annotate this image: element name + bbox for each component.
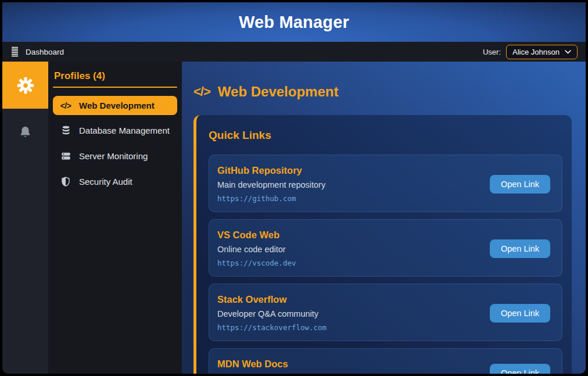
open-link-button[interactable]: Open Link (490, 239, 550, 258)
user-label: User: (483, 48, 501, 56)
link-info: GitHub Repository Main development repos… (217, 165, 325, 203)
main-content: </> Web Development Quick Links GitHub R… (182, 62, 586, 374)
open-link-button[interactable]: Open Link (490, 304, 550, 323)
app-title: Web Manager (239, 13, 349, 32)
gear-icon (17, 77, 34, 94)
list-icon (10, 46, 19, 57)
profile-item-server-monitoring[interactable]: Server Monitoring (53, 146, 177, 166)
server-icon (60, 151, 71, 162)
link-info: Stack Overflow Developer Q&A community h… (217, 294, 327, 332)
link-card-vscode: VS Code Web Online code editor https://v… (209, 219, 562, 277)
open-link-button[interactable]: Open Link (490, 175, 550, 194)
user-dropdown[interactable]: Alice Johnson (506, 45, 578, 59)
profile-item-database-management[interactable]: Database Management (53, 120, 177, 141)
rail-item-notifications[interactable] (2, 109, 48, 156)
quick-links-panel: Quick Links GitHub Repository Main devel… (193, 115, 572, 374)
code-icon: </> (60, 101, 71, 110)
bell-icon (18, 125, 33, 139)
link-url: https://github.com (217, 194, 325, 203)
link-info: VS Code Web Online code editor https://v… (217, 230, 296, 267)
profile-item-label: Web Development (79, 101, 155, 110)
quick-links-heading: Quick Links (209, 129, 562, 142)
link-title: MDN Web Docs (217, 359, 343, 370)
open-link-button[interactable]: Open Link (490, 364, 550, 374)
dashboard-label: Dashboard (26, 48, 64, 56)
rail-item-settings[interactable] (2, 62, 48, 109)
link-card-stackoverflow: Stack Overflow Developer Q&A community h… (209, 284, 562, 341)
chevron-down-icon (565, 50, 571, 54)
link-url: https://stackoverflow.com (217, 323, 327, 332)
profile-item-label: Server Monitoring (79, 151, 148, 161)
page-title: Web Development (218, 84, 339, 100)
profiles-heading: Profiles (4) (54, 70, 177, 82)
code-icon: </> (193, 84, 210, 99)
link-url: https://vscode.dev (217, 259, 296, 267)
nav-bar: Dashboard User: Alice Johnson (2, 42, 586, 62)
nav-breadcrumb: Dashboard (10, 46, 64, 57)
link-info: MDN Web Docs Web development documentati… (217, 359, 343, 374)
profile-item-label: Database Management (79, 126, 170, 135)
link-title: Stack Overflow (217, 294, 327, 305)
database-icon (60, 125, 71, 136)
link-card-github: GitHub Repository Main development repos… (209, 155, 562, 212)
profile-item-security-audit[interactable]: Security Audit (53, 171, 177, 192)
user-dropdown-value: Alice Johnson (512, 48, 560, 56)
user-area: User: Alice Johnson (483, 45, 578, 59)
content-row: Profiles (4) </> Web Development Databas… (2, 62, 586, 374)
page-title-row: </> Web Development (193, 84, 572, 100)
link-card-mdn: MDN Web Docs Web development documentati… (209, 348, 562, 374)
link-description: Online code editor (217, 245, 296, 254)
app-header: Web Manager (2, 2, 586, 42)
link-title: VS Code Web (217, 230, 296, 241)
icon-rail (2, 62, 48, 374)
profile-item-web-development[interactable]: </> Web Development (53, 96, 177, 115)
shield-icon (60, 176, 71, 187)
app-window: Web Manager Dashboard User: Alice Johnso… (2, 2, 586, 374)
link-title: GitHub Repository (217, 165, 325, 176)
profiles-divider (53, 87, 177, 88)
link-description: Main development repository (217, 180, 325, 189)
profile-item-label: Security Audit (79, 177, 132, 187)
link-description: Developer Q&A community (217, 309, 327, 318)
profiles-panel: Profiles (4) </> Web Development Databas… (48, 62, 182, 374)
